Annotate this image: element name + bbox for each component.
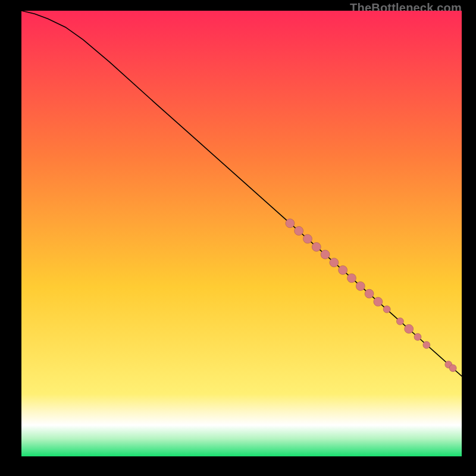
data-marker	[374, 298, 383, 306]
data-marker	[365, 289, 374, 298]
data-marker	[286, 219, 295, 228]
data-marker	[405, 324, 414, 333]
data-marker	[303, 234, 312, 243]
data-marker	[423, 342, 430, 349]
data-marker	[295, 227, 303, 236]
chart-stage: TheBottleneck.com	[0, 0, 476, 476]
data-marker	[347, 274, 356, 283]
data-marker	[312, 242, 321, 251]
data-marker	[339, 265, 347, 274]
data-marker	[330, 258, 339, 267]
data-marker	[414, 333, 421, 340]
data-marker	[321, 250, 330, 259]
heat-gradient-background	[21, 11, 462, 456]
data-marker	[383, 306, 390, 313]
data-marker	[449, 365, 456, 372]
data-marker	[356, 281, 365, 290]
data-marker	[396, 318, 403, 325]
bottleneck-chart	[21, 11, 462, 456]
